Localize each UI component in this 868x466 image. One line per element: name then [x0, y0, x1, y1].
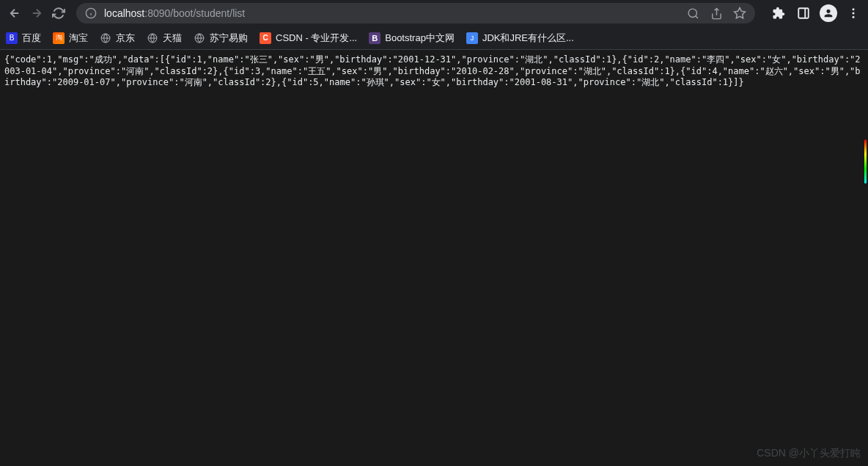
json-response-text: {"code":1,"msg":"成功","data":[{"id":1,"na… — [4, 54, 861, 87]
globe-icon — [194, 32, 205, 44]
svg-point-10 — [853, 16, 855, 18]
globe-icon — [147, 32, 158, 44]
svg-marker-5 — [735, 8, 746, 18]
back-button[interactable] — [6, 4, 23, 22]
profile-icon[interactable] — [820, 4, 837, 22]
bootstrap-icon: B — [369, 32, 380, 44]
bookmark-label: Bootstrap中文网 — [385, 32, 455, 45]
watermark: CSDN @小丫头爱打盹 — [757, 447, 861, 460]
forward-button[interactable] — [28, 4, 45, 22]
share-icon[interactable] — [710, 7, 723, 20]
zoom-icon[interactable] — [686, 7, 699, 20]
browser-toolbar: localhost:8090/boot/student/list — [0, 0, 868, 26]
baidu-icon: B — [6, 32, 18, 44]
svg-rect-6 — [798, 8, 809, 18]
bookmark-jd[interactable]: 京东 — [100, 32, 135, 45]
bookmark-taobao[interactable]: 淘 淘宝 — [53, 32, 88, 45]
bookmark-jdk[interactable]: J JDK和JRE有什么区... — [466, 32, 574, 45]
globe-icon — [100, 32, 111, 44]
extensions-icon[interactable] — [770, 4, 787, 22]
taobao-icon: 淘 — [53, 32, 65, 44]
svg-line-4 — [695, 15, 697, 18]
jdk-icon: J — [466, 32, 478, 44]
page-content: {"code":1,"msg":"成功","data":[{"id":1,"na… — [0, 50, 868, 93]
bookmark-label: 苏宁易购 — [210, 32, 248, 45]
side-indicator — [864, 139, 867, 183]
bookmark-bootstrap[interactable]: B Bootstrap中文网 — [369, 32, 455, 45]
reload-button[interactable] — [50, 4, 67, 22]
url-host: localhost — [104, 7, 144, 19]
site-info-icon[interactable] — [85, 7, 97, 19]
url-path: :8090/boot/student/list — [144, 7, 245, 19]
csdn-icon: C — [260, 32, 271, 44]
bookmark-tmall[interactable]: 天猫 — [147, 32, 182, 45]
toolbar-right — [764, 4, 862, 22]
bookmark-csdn[interactable]: C CSDN - 专业开发... — [260, 32, 357, 45]
bookmark-label: 百度 — [22, 32, 41, 45]
address-actions — [686, 7, 746, 20]
svg-point-3 — [688, 9, 696, 17]
bookmark-label: JDK和JRE有什么区... — [482, 32, 574, 45]
menu-icon[interactable] — [845, 4, 862, 22]
url-text: localhost:8090/boot/student/list — [104, 7, 679, 19]
bookmark-baidu[interactable]: B 百度 — [6, 32, 41, 45]
bookmark-label: CSDN - 专业开发... — [276, 32, 357, 45]
bookmark-suning[interactable]: 苏宁易购 — [194, 32, 248, 45]
bookmark-label: 淘宝 — [69, 32, 88, 45]
bookmark-star-icon[interactable] — [733, 7, 746, 20]
bookmark-label: 京东 — [116, 32, 135, 45]
bookmark-label: 天猫 — [163, 32, 182, 45]
panel-icon[interactable] — [795, 4, 812, 22]
bookmarks-bar: B 百度 淘 淘宝 京东 天猫 苏宁易购 C CSDN - 专业开发... B … — [0, 26, 868, 50]
svg-point-9 — [853, 12, 855, 15]
address-bar[interactable]: localhost:8090/boot/student/list — [76, 3, 755, 23]
svg-point-8 — [853, 8, 855, 10]
